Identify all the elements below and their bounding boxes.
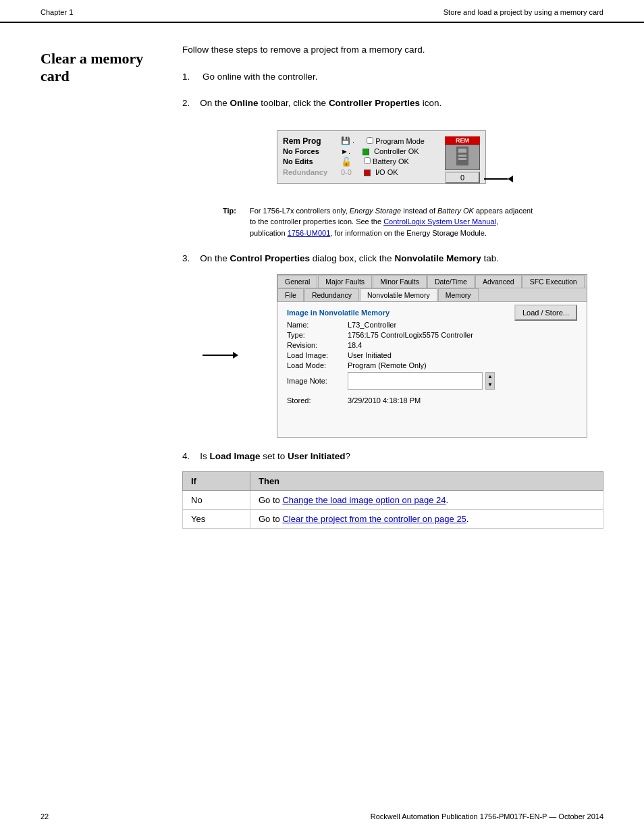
step-4-text: 4. Is Load Image set to User Initiated?	[182, 450, 603, 463]
dialog-field-type: Type: 1756:L75 ControlLogix5575 Controll…	[287, 331, 577, 339]
ctrl-ok-light	[363, 149, 369, 155]
row-no-if: No	[183, 490, 250, 509]
chapter-label: Chapter 1	[41, 8, 73, 16]
link-change-load-image[interactable]: Change the load image option on page 24	[282, 495, 446, 505]
field-value-type: 1756:L75 ControlLogix5575 Controller	[348, 331, 577, 339]
dialog-arrow-head	[233, 352, 238, 359]
image-note-input[interactable]	[348, 372, 483, 390]
tab-redundancy[interactable]: Redundancy	[304, 288, 359, 301]
dialog-tabs-row2: File Redundancy Nonvolatile Memory Memor…	[277, 288, 587, 302]
dialog-field-image-note: Image Note: ▲ ▼	[287, 372, 577, 390]
stored-label: Stored:	[287, 396, 348, 405]
tab-file[interactable]: File	[277, 288, 304, 301]
step-2: 2. On the Online toolbar, click the Cont…	[182, 97, 603, 239]
ctrl-io-ok: I/O OK	[364, 168, 398, 176]
tab-nonvolatile-memory[interactable]: Nonvolatile Memory	[360, 288, 437, 301]
page-content: Clear a memory card Follow these steps t…	[0, 23, 644, 568]
table-row-no: No Go to Change the load image option on…	[183, 490, 603, 509]
table-header-row: If Then	[183, 471, 603, 490]
field-label-load-mode: Load Mode:	[287, 361, 348, 369]
section-title: Clear a memory card	[41, 50, 162, 86]
step-2-text: 2. On the Online toolbar, click the Cont…	[182, 97, 603, 110]
scrollbar-down[interactable]: ▼	[487, 382, 493, 388]
dialog-arrow-line	[203, 355, 233, 356]
right-column: Follow these steps to remove a project f…	[182, 43, 603, 541]
battery-ok-check[interactable]	[364, 157, 371, 164]
rem-badge: REM	[445, 136, 480, 145]
tab-major-faults[interactable]: Major Faults	[318, 275, 372, 288]
field-value-revision: 18.4	[348, 341, 577, 349]
ctrl-row-redundancy: Redundancy 0-0 I/O OK	[283, 168, 445, 176]
stored-value: 3/29/2010 4:18:18 PM	[348, 396, 421, 405]
tab-advanced[interactable]: Advanced	[475, 275, 522, 288]
tab-sfc-execution[interactable]: SFC Execution	[522, 275, 585, 288]
ctrl-edits-icon: 🔓	[341, 157, 352, 167]
tip-box: Tip: For 1756-L7x controllers only, Ener…	[223, 205, 533, 239]
ctrl-rem-label: Rem Prog	[283, 136, 337, 146]
conditions-table: If Then No Go to Change the load image o…	[182, 471, 603, 529]
ctrl-io-light	[364, 170, 371, 176]
ctrl-forces-icon: ►.	[341, 147, 350, 155]
link-clear-project[interactable]: Clear the project from the controller on…	[282, 514, 466, 524]
step-3-text: 3. On the Control Properties dialog box,…	[182, 252, 603, 265]
dialog-field-load-image: Load Image: User Initiated	[287, 351, 577, 359]
dialog-arrow	[203, 352, 238, 359]
ctrl-row-forces: No Forces ►. Controller OK	[283, 147, 445, 155]
ctrl-right-panel: REM 0	[445, 136, 480, 184]
col-if: If	[183, 471, 250, 490]
dialog-tabs-row1: General Major Faults Minor Faults Date/T…	[277, 275, 587, 288]
step-4: 4. Is Load Image set to User Initiated? …	[182, 450, 603, 529]
publication: Rockwell Automation Publication 1756-PM0…	[371, 812, 603, 820]
tab-memory[interactable]: Memory	[438, 288, 479, 301]
field-label-revision: Revision:	[287, 341, 348, 349]
dialog-field-revision: Revision: 18.4	[287, 341, 577, 349]
ctrl-row-rem: Rem Prog 💾 . Program Mode	[283, 136, 445, 146]
tip-text: For 1756-L7x controllers only, Energy St…	[250, 205, 533, 239]
col-then: Then	[250, 471, 603, 490]
step-1-text: 1. Go online with the controller.	[182, 70, 603, 84]
tab-general[interactable]: General	[277, 275, 317, 288]
screenshot-arrow	[484, 176, 513, 182]
tab-datetime[interactable]: Date/Time	[427, 275, 475, 288]
tip-italic2: Battery OK	[437, 207, 474, 215]
dialog-stored-row: Stored: 3/29/2010 4:18:18 PM	[287, 396, 577, 405]
ctrl-module-icon	[445, 145, 480, 170]
table-row-yes: Yes Go to Clear the project from the con…	[183, 509, 603, 528]
dialog-body: Image in Nonvolatile Memory Load / Store…	[277, 302, 587, 437]
load-store-button[interactable]: Load / Store...	[514, 305, 577, 321]
ctrl-zero-btn[interactable]: 0	[445, 172, 480, 184]
ctrl-program-mode: Program Mode	[367, 137, 425, 145]
field-value-load-image: User Initiated	[348, 351, 577, 359]
ctrl-edits-label: No Edits	[283, 157, 337, 165]
step-3: 3. On the Control Properties dialog box,…	[182, 252, 603, 437]
ctrl-redundancy-icon: 0-0	[341, 168, 352, 176]
field-label-type: Type:	[287, 331, 348, 339]
dialog-wrapper: General Major Faults Minor Faults Date/T…	[236, 274, 603, 438]
ctrl-rem-icon: 💾 .	[341, 136, 354, 145]
table-body: No Go to Change the load image option on…	[183, 490, 603, 528]
tab-minor-faults[interactable]: Minor Faults	[373, 275, 427, 288]
ctrl-redundancy-label: Redundancy	[283, 168, 337, 176]
field-value-image-note: ▲ ▼	[348, 372, 577, 390]
dialog-screenshot: General Major Faults Minor Faults Date/T…	[277, 274, 587, 438]
left-column: Clear a memory card	[41, 43, 162, 541]
row-yes-if: Yes	[183, 509, 250, 528]
tip-link1[interactable]: ControlLogix System User Manual	[383, 217, 496, 226]
field-value-name: L73_Controller	[348, 321, 577, 329]
svg-rect-2	[458, 155, 466, 157]
ctrl-row-edits: No Edits 🔓 Battery OK	[283, 157, 445, 167]
page-header: Chapter 1 Store and load a project by us…	[0, 0, 644, 23]
tip-link2[interactable]: 1756-UM001	[288, 229, 331, 237]
svg-rect-3	[458, 158, 466, 160]
ctrl-controller-ok: Controller OK	[363, 147, 419, 155]
controller-screenshot-wrapper: Rem Prog 💾 . Program Mode No Forces ►.	[236, 124, 486, 190]
field-value-load-mode: Program (Remote Only)	[348, 361, 577, 369]
program-mode-check[interactable]	[367, 137, 373, 144]
tip-italic1: Energy Storage	[350, 207, 401, 215]
scrollbar-up[interactable]: ▲	[487, 374, 493, 380]
row-no-then: Go to Change the load image option on pa…	[250, 490, 603, 509]
tip-label: Tip:	[223, 205, 242, 239]
ctrl-forces-label: No Forces	[283, 147, 337, 155]
module-svg	[455, 147, 470, 168]
step-1: 1. Go online with the controller.	[182, 70, 603, 84]
